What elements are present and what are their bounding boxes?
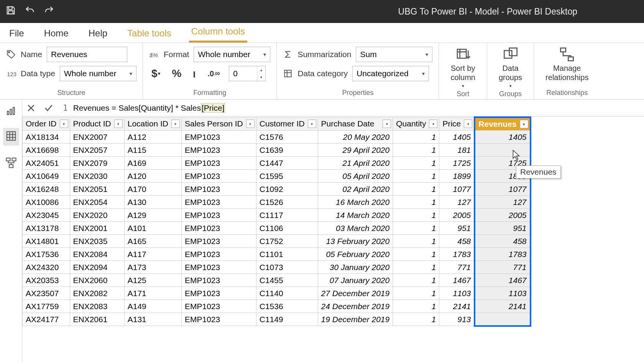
table-cell[interactable]: 771	[475, 261, 530, 274]
spinner-up[interactable]: ▴	[257, 66, 265, 74]
table-cell[interactable]: EMP1023	[181, 300, 256, 313]
column-filter-icon[interactable]: ▾	[383, 120, 391, 128]
table-cell[interactable]: A112	[124, 131, 181, 144]
table-cell[interactable]: 1	[393, 209, 439, 222]
table-cell[interactable]: ENX2054	[70, 196, 124, 209]
table-cell[interactable]: AX18134	[23, 131, 70, 144]
report-view-icon[interactable]	[5, 105, 17, 116]
table-cell[interactable]	[475, 144, 530, 157]
column-filter-icon[interactable]: ▾	[171, 120, 180, 128]
table-cell[interactable]: 05 April 2020	[318, 170, 393, 183]
formula-text[interactable]: Revenues = Sales[Quantity] * Sales[Price…	[73, 103, 644, 113]
model-view-icon[interactable]	[5, 157, 17, 169]
table-cell[interactable]: ENX2084	[70, 248, 124, 261]
table-cell[interactable]: 1	[393, 313, 439, 326]
table-cell[interactable]: 19 December 2019	[318, 313, 393, 326]
table-cell[interactable]: A171	[124, 287, 181, 300]
table-cell[interactable]: ENX2030	[70, 170, 124, 183]
table-cell[interactable]: EMP1023	[181, 313, 256, 326]
column-header[interactable]: Order ID▾	[23, 117, 70, 131]
table-cell[interactable]: AX10649	[23, 170, 70, 183]
summarization-select[interactable]: Sum ▾	[356, 47, 432, 62]
table-cell[interactable]: 1077	[439, 183, 475, 196]
table-cell[interactable]: 1	[393, 261, 439, 274]
table-cell[interactable]: A101	[124, 222, 181, 235]
redo-icon[interactable]	[44, 5, 54, 18]
table-cell[interactable]: AX16248	[23, 183, 70, 196]
comma-button[interactable]: ו	[191, 67, 198, 81]
column-header[interactable]: Location ID▾	[124, 117, 181, 131]
table-cell[interactable]: C1752	[256, 235, 318, 248]
table-cell[interactable]: 24 December 2019	[318, 300, 393, 313]
table-cell[interactable]: 458	[439, 235, 475, 248]
table-cell[interactable]: A117	[124, 248, 181, 261]
column-filter-icon[interactable]: ▾	[429, 120, 437, 128]
table-cell[interactable]: AX23507	[23, 287, 70, 300]
table-cell[interactable]: AX24177	[23, 313, 70, 326]
table-cell[interactable]: A170	[124, 183, 181, 196]
table-cell[interactable]: C1092	[256, 183, 318, 196]
table-cell[interactable]: 02 April 2020	[318, 183, 393, 196]
column-filter-icon[interactable]: ▾	[520, 120, 528, 128]
table-cell[interactable]: AX20353	[23, 274, 70, 287]
table-cell[interactable]: 1	[393, 157, 439, 170]
table-cell[interactable]: 913	[439, 313, 475, 326]
table-cell[interactable]: 127	[475, 196, 530, 209]
table-cell[interactable]: EMP1023	[181, 222, 256, 235]
table-cell[interactable]: A169	[124, 157, 181, 170]
column-header[interactable]: Price▾	[439, 117, 475, 131]
table-cell[interactable]: EMP1023	[181, 170, 256, 183]
table-cell[interactable]: ENX2060	[70, 274, 124, 287]
table-cell[interactable]: C1140	[256, 287, 318, 300]
format-select[interactable]: Whole number ▾	[194, 47, 270, 62]
data-category-select[interactable]: Uncategorized ▾	[352, 66, 429, 81]
column-filter-icon[interactable]: ▾	[308, 120, 316, 128]
table-cell[interactable]: A115	[124, 144, 181, 157]
table-cell[interactable]: 03 March 2020	[318, 222, 393, 235]
table-cell[interactable]: C1101	[256, 248, 318, 261]
table-cell[interactable]: 1	[393, 248, 439, 261]
table-cell[interactable]: 1	[393, 183, 439, 196]
table-cell[interactable]: 951	[439, 222, 475, 235]
column-header[interactable]: Purchase Date▾	[318, 117, 393, 131]
table-cell[interactable]: 16 March 2020	[318, 196, 393, 209]
table-cell[interactable]: 1405	[439, 131, 475, 144]
table-cell[interactable]: 127	[439, 196, 475, 209]
table-cell[interactable]: A131	[124, 313, 181, 326]
table-cell[interactable]: EMP1023	[181, 183, 256, 196]
data-grid[interactable]: Order ID▾Product ID▾Location ID▾Sales Pe…	[22, 116, 644, 362]
tab-home[interactable]: Home	[42, 24, 71, 43]
table-cell[interactable]: 1	[393, 300, 439, 313]
datatype-select[interactable]: Whole number ▾	[60, 66, 136, 81]
table-cell[interactable]: 1899	[439, 170, 475, 183]
undo-icon[interactable]	[25, 5, 35, 18]
table-cell[interactable]: AX14801	[23, 235, 70, 248]
table-cell[interactable]: ENX2035	[70, 235, 124, 248]
table-cell[interactable]: 1103	[475, 287, 530, 300]
column-header[interactable]: Sales Person ID▾	[181, 117, 256, 131]
table-cell[interactable]: 07 January 2020	[318, 274, 393, 287]
table-cell[interactable]: ENX2061	[70, 313, 124, 326]
table-cell[interactable]: A149	[124, 300, 181, 313]
table-cell[interactable]: AX24320	[23, 261, 70, 274]
table-cell[interactable]: 20 May 2020	[318, 131, 393, 144]
table-cell[interactable]: 951	[475, 222, 530, 235]
table-cell[interactable]: 1783	[439, 248, 475, 261]
table-cell[interactable]: A120	[124, 170, 181, 183]
table-cell[interactable]: C1106	[256, 222, 318, 235]
table-cell[interactable]: A173	[124, 261, 181, 274]
column-filter-icon[interactable]: ▾	[114, 120, 123, 128]
table-cell[interactable]: EMP1023	[181, 131, 256, 144]
table-cell[interactable]: 1405	[475, 131, 530, 144]
column-header[interactable]: Customer ID▾	[256, 117, 318, 131]
table-cell[interactable]: 1	[393, 170, 439, 183]
decimal-places-spinner[interactable]: 0 ▴▾	[229, 66, 266, 81]
table-cell[interactable]: 13 February 2020	[318, 235, 393, 248]
table-cell[interactable]: ENX2082	[70, 287, 124, 300]
data-groups-button[interactable]: Data groups ▾	[493, 47, 527, 88]
table-cell[interactable]: ENX2079	[70, 157, 124, 170]
table-cell[interactable]: AX24051	[23, 157, 70, 170]
table-cell[interactable]: 27 December 2019	[318, 287, 393, 300]
table-cell[interactable]: 05 February 2020	[318, 248, 393, 261]
table-cell[interactable]: 1467	[439, 274, 475, 287]
